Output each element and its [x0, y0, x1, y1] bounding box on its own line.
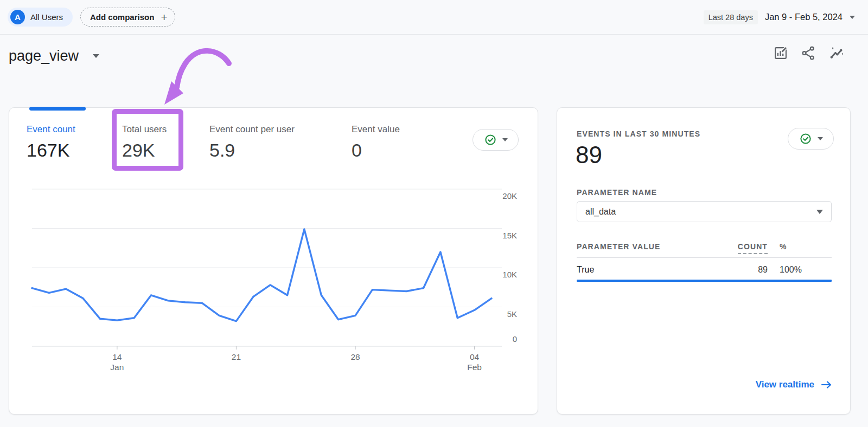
svg-text:10K: 10K — [502, 270, 517, 279]
metric-label: Event count per user — [209, 124, 295, 135]
data-quality-dropdown[interactable] — [788, 128, 834, 150]
metric-tab-event-count-per-user[interactable]: Event count per user 5.9 — [209, 124, 295, 161]
metric-tab-event-count[interactable]: Event count 167K — [27, 124, 75, 161]
selected-tab-indicator — [29, 107, 86, 111]
audience-label: All Users — [30, 12, 63, 22]
svg-text:14: 14 — [112, 352, 122, 361]
event-metrics-card: Event count 167K Total users 29K Event c… — [9, 107, 538, 415]
arrow-right-icon — [821, 381, 832, 389]
plus-icon: + — [161, 11, 167, 23]
share-icon[interactable] — [801, 46, 816, 61]
audience-segment-chip[interactable]: A All Users — [8, 8, 73, 27]
svg-text:Jan: Jan — [110, 363, 124, 372]
column-header-count[interactable]: COUNT — [738, 242, 768, 254]
page-title: page_view — [9, 48, 79, 64]
realtime-title: EVENTS IN LAST 30 MINUTES — [577, 130, 700, 138]
top-bar: A All Users Add comparison + Last 28 day… — [0, 0, 868, 35]
percent-bar — [577, 280, 832, 282]
realtime-events-card: EVENTS IN LAST 30 MINUTES 89 PARAMETER N… — [557, 107, 851, 415]
metric-label: Event count — [27, 124, 75, 135]
chevron-down-icon — [502, 138, 508, 141]
insights-icon[interactable] — [828, 46, 844, 61]
table-header-divider — [577, 257, 832, 258]
event-name-dropdown[interactable]: page_view — [9, 48, 99, 64]
table-row-percent: 100% — [780, 265, 802, 275]
svg-text:04: 04 — [470, 352, 480, 361]
data-quality-dropdown[interactable] — [473, 129, 519, 151]
customize-report-icon[interactable] — [773, 46, 788, 61]
chevron-down-icon — [816, 210, 823, 214]
date-preset-badge: Last 28 days — [704, 10, 758, 24]
realtime-value: 89 — [576, 141, 602, 169]
parameter-name-select[interactable]: all_data — [577, 201, 832, 222]
table-row-value: True — [577, 265, 594, 275]
chevron-down-icon — [850, 16, 855, 19]
column-header-parameter-value: PARAMETER VALUE — [577, 242, 660, 251]
svg-text:5K: 5K — [507, 309, 517, 319]
annotation-arrow — [155, 43, 241, 111]
svg-text:0: 0 — [513, 334, 517, 344]
parameter-name-label: PARAMETER NAME — [577, 188, 657, 197]
table-row-count: 89 — [758, 265, 768, 275]
svg-text:28: 28 — [350, 352, 360, 361]
svg-text:15K: 15K — [502, 231, 517, 240]
view-realtime-link[interactable]: View realtime — [756, 379, 832, 390]
check-circle-icon — [484, 133, 497, 146]
add-comparison-label: Add comparison — [90, 12, 154, 22]
date-range-value: Jan 9 - Feb 5, 2024 — [765, 12, 843, 22]
svg-text:Feb: Feb — [467, 363, 482, 372]
check-circle-icon — [799, 132, 812, 145]
chevron-down-icon — [93, 54, 99, 58]
svg-text:21: 21 — [232, 352, 241, 361]
metric-label: Total users — [122, 124, 167, 135]
view-realtime-label: View realtime — [756, 379, 814, 390]
event-count-line-chart: 20K15K10K5K014Jan212804Feb — [9, 178, 539, 384]
date-range-picker[interactable]: Last 28 days Jan 9 - Feb 5, 2024 — [704, 10, 855, 24]
metric-value: 0 — [352, 140, 400, 161]
metric-tab-event-value[interactable]: Event value 0 — [352, 124, 400, 161]
column-header-percent: % — [780, 242, 787, 251]
table-row-bar-track — [577, 280, 832, 282]
metric-label: Event value — [352, 124, 400, 135]
metric-value: 29K — [122, 140, 167, 161]
parameter-name-value: all_data — [585, 207, 616, 217]
metric-value: 5.9 — [209, 140, 295, 161]
audience-avatar: A — [10, 10, 25, 24]
metric-value: 167K — [27, 140, 75, 161]
svg-text:20K: 20K — [502, 191, 517, 200]
metric-tab-total-users[interactable]: Total users 29K — [122, 124, 167, 161]
chevron-down-icon — [818, 137, 823, 140]
add-comparison-button[interactable]: Add comparison + — [80, 8, 175, 27]
report-toolbar — [773, 46, 844, 61]
ga4-event-report: { "topbar": { "audience": { "avatar_lett… — [0, 0, 868, 427]
